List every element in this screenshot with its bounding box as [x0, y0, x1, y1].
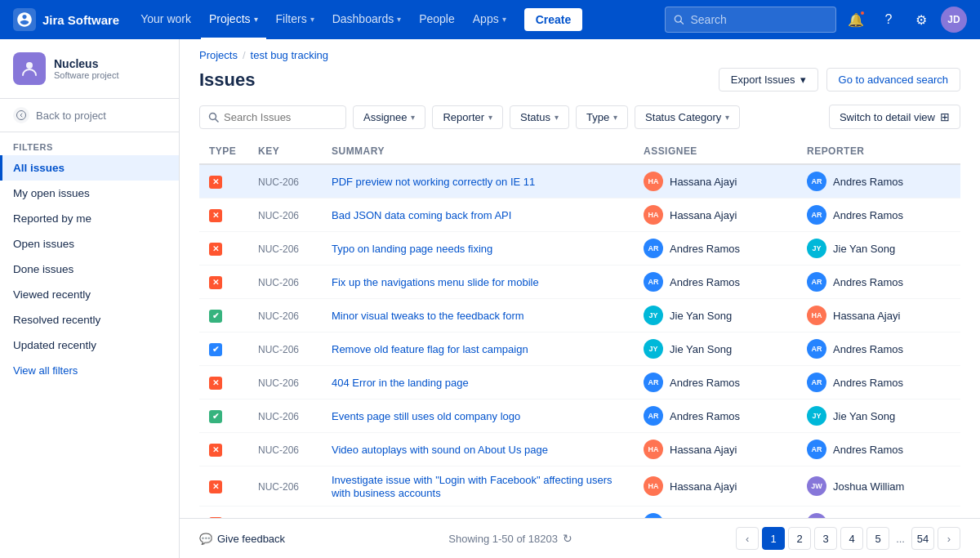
nav-item-people[interactable]: People	[411, 0, 463, 39]
issue-type-icon: ✔	[209, 410, 222, 423]
table-row[interactable]: ✕NUC-206Investigate issue with "Login wi…	[199, 466, 960, 507]
export-issues-button[interactable]: Export Issues ▾	[719, 68, 818, 92]
pagination-page-5[interactable]: 5	[866, 527, 889, 550]
col-key: Key	[248, 139, 322, 164]
assignee-filter[interactable]: Assignee ▾	[353, 105, 425, 129]
pagination-next-button[interactable]: ›	[938, 527, 960, 550]
pagination-page-1[interactable]: 1	[762, 527, 785, 550]
issue-summary-cell[interactable]: PDF preview not working correctly on IE …	[322, 164, 634, 199]
assignee-avatar: AR	[644, 406, 663, 426]
issue-summary-cell[interactable]: Typo on landing page needs fixing	[322, 232, 634, 266]
breadcrumb: Projects / test bug tracking	[199, 49, 960, 61]
reporter-name: Joshua William	[833, 480, 904, 493]
assignee-cell: ARAndres Ramos	[634, 266, 797, 299]
reporter-cell: ARAndres Ramos	[797, 266, 960, 299]
nav-item-dashboards[interactable]: Dashboards ▾	[324, 0, 410, 39]
assignee-avatar: AR	[644, 272, 663, 292]
reporter-name: Jie Yan Song	[833, 243, 895, 255]
table-row[interactable]: ✕NUC-206Typo on landing page needs fixin…	[199, 232, 960, 266]
svg-point-3	[26, 62, 33, 69]
sidebar-nav-item-open-issues[interactable]: Open issues	[0, 231, 179, 257]
filters-section: Filters	[0, 132, 179, 155]
global-search-box[interactable]	[665, 7, 836, 33]
type-filter[interactable]: Type ▾	[576, 105, 628, 129]
switch-view-button[interactable]: Switch to detail view ⊞	[829, 105, 960, 129]
main-content: Projects / test bug tracking Issues Expo…	[180, 39, 980, 558]
pagination-page-4[interactable]: 4	[840, 527, 863, 550]
view-all-filters-link[interactable]: View all filters	[0, 358, 179, 383]
user-avatar[interactable]: JD	[941, 7, 967, 33]
nav-items: Your work Projects ▾ Filters ▾ Dashboard…	[132, 0, 514, 39]
help-button[interactable]: ?	[875, 7, 902, 33]
nav-item-apps[interactable]: Apps ▾	[465, 0, 514, 39]
nav-item-your-work[interactable]: Your work	[132, 0, 199, 39]
sidebar-nav-item-viewed-recently[interactable]: Viewed recently	[0, 282, 179, 307]
status-filter[interactable]: Status ▾	[510, 105, 569, 129]
table-row[interactable]: ✔NUC-206Events page still uses old compa…	[199, 400, 960, 433]
issue-summary-link[interactable]: 404 Error in the landing page	[332, 377, 469, 389]
search-issues-field[interactable]	[224, 111, 330, 123]
reporter-avatar: AR	[807, 205, 826, 225]
sidebar-nav-item-updated-recently[interactable]: Updated recently	[0, 333, 179, 358]
issue-summary-link[interactable]: Minor visual tweaks to the feedback form	[332, 310, 524, 322]
sidebar-nav-item-done-issues[interactable]: Done issues	[0, 257, 179, 282]
sidebar-nav-item-all-issues[interactable]: All issues	[0, 155, 179, 181]
issue-summary-link[interactable]: Bad JSON data coming back from API	[332, 209, 511, 221]
table-row[interactable]: ✕NUC-206PDF preview not working correctl…	[199, 164, 960, 199]
sidebar-nav-item-reported-by-me[interactable]: Reported by me	[0, 206, 179, 231]
status-category-filter[interactable]: Status Category ▾	[635, 105, 740, 129]
pagination-prev-button[interactable]: ‹	[736, 527, 759, 550]
table-row[interactable]: ✕NUC-206Bad JSON data coming back from A…	[199, 199, 960, 232]
table-row[interactable]: ✕NUC-206Fix up the navigations menu slid…	[199, 266, 960, 299]
give-feedback-button[interactable]: 💬 Give feedback	[199, 533, 285, 545]
assignee-name: Hassana Ajayi	[670, 176, 737, 188]
notifications-button[interactable]: 🔔	[843, 7, 869, 33]
advanced-search-button[interactable]: Go to advanced search	[826, 68, 960, 92]
create-button[interactable]: Create	[524, 8, 583, 31]
table-row[interactable]: ✔NUC-206Remove old feature flag for last…	[199, 333, 960, 366]
issue-type-cell: ✔	[199, 400, 248, 433]
issue-summary-link[interactable]: Remove old feature flag for last campaig…	[332, 343, 528, 355]
search-input[interactable]	[690, 13, 827, 26]
logo[interactable]: Jira Software	[13, 8, 119, 31]
search-icon	[674, 14, 684, 25]
reporter-name: Andres Ramos	[833, 377, 903, 389]
issue-summary-cell[interactable]: Events page still uses old company logo	[322, 400, 634, 433]
sidebar-nav-item-my-open-issues[interactable]: My open issues	[0, 181, 179, 206]
nav-item-filters[interactable]: Filters ▾	[268, 0, 323, 39]
pagination-page-3[interactable]: 3	[814, 527, 837, 550]
breadcrumb-projects-link[interactable]: Projects	[199, 49, 238, 61]
sidebar-nav-item-resolved-recently[interactable]: Resolved recently	[0, 307, 179, 333]
issue-summary-link[interactable]: Fix up the navigations menu slide for mo…	[332, 276, 539, 288]
issue-summary-link[interactable]: PDF preview not working correctly on IE …	[332, 176, 535, 188]
reporter-filter[interactable]: Reporter ▾	[432, 105, 503, 129]
pagination-page-2[interactable]: 2	[788, 527, 811, 550]
pagination-page-54[interactable]: 54	[911, 527, 934, 550]
nav-item-projects[interactable]: Projects ▾	[201, 0, 266, 39]
table-row[interactable]: ✕NUC-206404 Error in the landing pageARA…	[199, 366, 960, 400]
issue-summary-cell[interactable]: 404 Error in the landing page	[322, 366, 634, 400]
issue-summary-cell[interactable]: Fix up the navigations menu slide for mo…	[322, 266, 634, 299]
chevron-down-icon: ▾	[502, 15, 506, 24]
issue-summary-cell[interactable]: Minor visual tweaks to the feedback form	[322, 299, 634, 333]
issue-summary-link[interactable]: Investigate issue with "Login with Faceb…	[332, 474, 612, 499]
table-row[interactable]: ✕NUC-206Video autoplays with sound on Ab…	[199, 433, 960, 466]
issue-summary-link[interactable]: Typo on landing page needs fixing	[332, 243, 492, 255]
issue-summary-link[interactable]: Events page still uses old company logo	[332, 410, 520, 422]
refresh-icon[interactable]: ↻	[563, 532, 572, 545]
issue-summary-cell[interactable]: Remove old feature flag for last campaig…	[322, 333, 634, 366]
settings-button[interactable]: ⚙	[908, 7, 934, 33]
issue-type-icon: ✕	[209, 444, 222, 457]
issue-summary-link[interactable]: Video autoplays with sound on About Us p…	[332, 444, 548, 456]
issue-summary-cell[interactable]: Video autoplays with sound on About Us p…	[322, 433, 634, 466]
chevron-down-icon: ▾	[725, 113, 729, 122]
issue-summary-cell[interactable]: Investigate issue with "Login with Faceb…	[322, 466, 634, 507]
breadcrumb-project-link[interactable]: test bug tracking	[251, 49, 328, 61]
issue-summary-cell[interactable]: Bad JSON data coming back from API	[322, 199, 634, 232]
assignee-info: HAHassana Ajayi	[644, 476, 787, 496]
assignee-name: Andres Ramos	[670, 377, 740, 389]
back-to-project-button[interactable]: Back to project	[0, 99, 179, 132]
chevron-down-icon: ▾	[254, 15, 258, 24]
search-issues-input[interactable]	[199, 105, 346, 129]
table-row[interactable]: ✔NUC-206Minor visual tweaks to the feedb…	[199, 299, 960, 333]
